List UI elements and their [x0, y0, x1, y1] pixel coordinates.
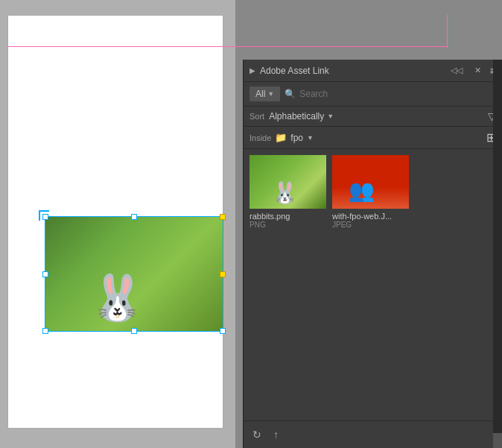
panel-close-button[interactable]: ✕: [471, 64, 484, 77]
sort-bar: Sort Alphabetically ▼ ▽: [244, 107, 502, 127]
filter-value: All: [255, 89, 265, 99]
asset-type: PNG: [250, 221, 326, 229]
panel-title-group: ▶ Adobe Asset Link: [250, 66, 329, 76]
asset-name: rabbits.png: [250, 212, 326, 221]
inside-label: Inside: [250, 133, 271, 142]
filter-button[interactable]: All ▼: [250, 86, 280, 101]
panel-title: Adobe Asset Link: [260, 66, 329, 76]
asset-thumbnail-people: [332, 155, 409, 209]
search-bar: All ▼ 🔍: [244, 82, 502, 107]
sort-select[interactable]: Alphabetically ▼: [269, 111, 334, 122]
search-input[interactable]: [299, 89, 496, 99]
folder-icon: 📁: [275, 132, 287, 143]
upload-button[interactable]: ↑: [272, 427, 280, 442]
panel-footer: ↻ ↑: [244, 420, 502, 448]
scrollbar-thumb[interactable]: [493, 433, 502, 448]
folder-chevron-icon: ▼: [307, 134, 314, 142]
panel-collapse-arrow[interactable]: ▶: [250, 66, 255, 75]
guide-line-vertical: [447, 15, 448, 48]
asset-grid: rabbits.png PNG with-fpo-web.J... JPEG: [244, 149, 502, 420]
asset-type: JPEG: [332, 221, 409, 229]
guide-line-horizontal: [7, 46, 447, 47]
list-item[interactable]: with-fpo-web.J... JPEG: [332, 155, 409, 229]
search-icon: 🔍: [285, 89, 296, 99]
search-box: 🔍: [285, 89, 496, 99]
list-item[interactable]: rabbits.png PNG: [250, 155, 326, 229]
panel-collapse-button[interactable]: ◁◁: [448, 64, 466, 77]
scrollbar-vertical[interactable]: [493, 60, 502, 448]
canvas-area: [0, 0, 235, 448]
sort-label: Sort: [250, 112, 264, 121]
panel-controls: ◁◁ ✕ ≡: [448, 64, 496, 77]
asset-link-panel: ▶ Adobe Asset Link ◁◁ ✕ ≡ All ▼ 🔍 Sort A…: [243, 60, 502, 448]
asset-name: with-fpo-web.J...: [332, 212, 409, 221]
inside-bar: Inside 📁 fpo ▼ ⊞: [244, 127, 502, 149]
resize-corner-icon: [39, 210, 49, 221]
placed-image[interactable]: [45, 216, 223, 332]
sort-chevron-icon: ▼: [327, 113, 334, 120]
asset-thumbnail-rabbits: [250, 155, 326, 209]
sort-value: Alphabetically: [269, 111, 324, 122]
filter-chevron-icon: ▼: [267, 90, 274, 98]
refresh-button[interactable]: ↻: [251, 427, 263, 442]
panel-titlebar: ▶ Adobe Asset Link ◁◁ ✕ ≡: [244, 60, 502, 82]
folder-name[interactable]: fpo: [290, 133, 303, 143]
